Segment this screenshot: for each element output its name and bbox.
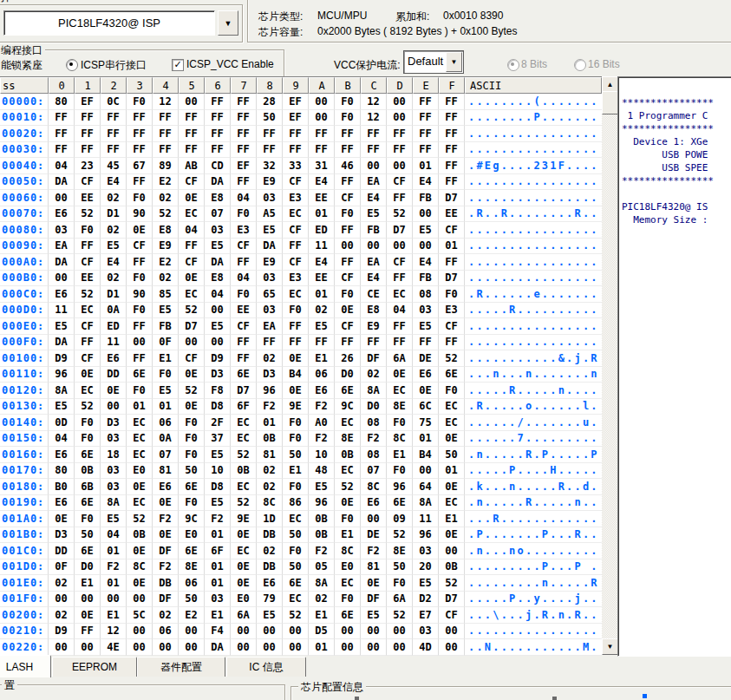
byte-cell[interactable]: 00 — [309, 110, 335, 127]
byte-cell[interactable]: FF — [439, 254, 465, 271]
byte-cell[interactable]: 0F — [49, 559, 75, 576]
byte-cell[interactable]: CF — [127, 239, 153, 255]
hex-row-00170[interactable]: 00170:800B03E08150100B02E148EC07F00001..… — [0, 463, 602, 480]
byte-cell[interactable]: 6F — [231, 399, 257, 415]
byte-cell[interactable]: 00 — [205, 303, 231, 319]
byte-cell[interactable]: 03 — [205, 592, 231, 608]
byte-cell[interactable]: 09 — [387, 511, 413, 527]
byte-cell[interactable]: 02 — [101, 271, 127, 287]
byte-cell[interactable]: F0 — [231, 286, 257, 303]
byte-cell[interactable]: 0E — [413, 383, 439, 399]
byte-cell[interactable]: FF — [75, 239, 101, 255]
byte-cell[interactable]: 50 — [387, 559, 413, 576]
byte-cell[interactable]: EC — [231, 415, 257, 431]
byte-cell[interactable]: FF — [205, 110, 231, 127]
byte-cell[interactable]: 04 — [49, 431, 75, 448]
byte-cell[interactable]: 80 — [49, 463, 75, 480]
byte-cell[interactable]: B4 — [413, 447, 439, 463]
byte-cell[interactable]: 0E — [231, 559, 257, 576]
byte-cell[interactable]: 04 — [101, 527, 127, 544]
byte-cell[interactable]: 9E — [231, 511, 257, 527]
byte-cell[interactable]: FF — [387, 126, 413, 142]
byte-cell[interactable]: 67 — [127, 158, 153, 174]
byte-cell[interactable]: 6F — [205, 543, 231, 559]
byte-cell[interactable]: 04 — [205, 286, 231, 303]
byte-cell[interactable]: FF — [127, 254, 153, 271]
byte-cell[interactable]: DD — [101, 367, 127, 383]
hex-row-00050[interactable]: 00050:DACFE4FFE2CFDAFFE9CFE4FFEACFE4FF..… — [0, 174, 602, 191]
byte-cell[interactable]: F0 — [283, 543, 309, 559]
byte-cell[interactable]: D7 — [179, 318, 205, 335]
byte-cell[interactable]: 02 — [309, 303, 335, 319]
byte-cell[interactable]: FF — [231, 350, 257, 367]
byte-cell[interactable]: 10 — [205, 463, 231, 480]
byte-cell[interactable]: F0 — [335, 286, 361, 303]
byte-cell[interactable]: FF — [153, 126, 179, 142]
byte-cell[interactable]: 8A — [309, 575, 335, 592]
byte-cell[interactable]: 6E — [75, 543, 101, 559]
byte-cell[interactable]: FF — [127, 142, 153, 159]
byte-cell[interactable]: 96 — [257, 383, 283, 399]
byte-cell[interactable]: FF — [361, 142, 387, 159]
hex-row-00070[interactable]: 00070:E652D19052EC07F0A5EC01F0E55200EE.R… — [0, 206, 602, 223]
byte-cell[interactable]: F0 — [75, 222, 101, 239]
byte-cell[interactable]: 03 — [413, 624, 439, 640]
byte-cell[interactable]: 00 — [439, 543, 465, 559]
8-bits-radio[interactable] — [507, 59, 519, 71]
byte-cell[interactable]: CF — [387, 254, 413, 271]
byte-cell[interactable]: E9 — [361, 318, 387, 335]
byte-cell[interactable]: 05 — [309, 559, 335, 576]
byte-cell[interactable]: 8E — [179, 559, 205, 576]
scroll-down-button[interactable]: ▼ — [602, 638, 618, 655]
byte-cell[interactable]: 75 — [413, 415, 439, 431]
byte-cell[interactable]: 12 — [101, 624, 127, 640]
icsp-serial-radio-label[interactable]: ICSP串行接口 — [81, 58, 147, 73]
byte-cell[interactable]: 0D — [49, 415, 75, 431]
byte-cell[interactable]: 6E — [179, 479, 205, 495]
byte-cell[interactable]: 52 — [283, 607, 309, 624]
byte-cell[interactable]: D3 — [49, 527, 75, 544]
byte-cell[interactable]: 81 — [153, 463, 179, 480]
hex-row-001C0[interactable]: 001C0:DD6E010EDF6E6FEC02F0F28CF28E0300.n… — [0, 543, 602, 559]
byte-cell[interactable]: EC — [231, 479, 257, 495]
byte-cell[interactable]: 0E — [179, 271, 205, 287]
byte-cell[interactable]: FF — [101, 142, 127, 159]
byte-cell[interactable]: E4 — [413, 254, 439, 271]
byte-cell[interactable]: E5 — [309, 318, 335, 335]
byte-cell[interactable]: FF — [335, 335, 361, 351]
byte-cell[interactable]: F0 — [283, 431, 309, 448]
byte-cell[interactable]: EC — [231, 543, 257, 559]
byte-cell[interactable]: D7 — [439, 190, 465, 206]
byte-cell[interactable]: 50 — [179, 463, 205, 480]
hex-row-00110[interactable]: 00110:960EDD6EF00ED36ED3B406D0020EE66E..… — [0, 367, 602, 383]
byte-cell[interactable]: DA — [49, 335, 75, 351]
byte-cell[interactable]: 6A — [387, 350, 413, 367]
hex-column-header-C[interactable]: C — [361, 77, 387, 94]
byte-cell[interactable]: FF — [361, 126, 387, 142]
byte-cell[interactable]: 0B — [257, 431, 283, 448]
byte-cell[interactable]: E1 — [205, 607, 231, 624]
byte-cell[interactable]: FF — [75, 126, 101, 142]
byte-cell[interactable]: 52 — [127, 511, 153, 527]
byte-cell[interactable]: E1 — [283, 463, 309, 480]
byte-cell[interactable]: 00 — [387, 94, 413, 110]
byte-cell[interactable]: E6 — [101, 350, 127, 367]
byte-cell[interactable]: CF — [283, 222, 309, 239]
byte-cell[interactable]: 00 — [283, 639, 309, 656]
byte-cell[interactable]: EC — [231, 431, 257, 448]
byte-cell[interactable]: 00 — [387, 110, 413, 127]
byte-cell[interactable]: FF — [335, 222, 361, 239]
byte-cell[interactable]: E0 — [335, 559, 361, 576]
byte-cell[interactable]: FF — [231, 335, 257, 351]
byte-cell[interactable]: FF — [413, 94, 439, 110]
icsp-vcc-enable-label[interactable]: ICSP_VCC Enable — [186, 58, 274, 70]
hex-row-00030[interactable]: 00030:FFFFFFFFFFFFFFFFFFFFFFFFFFFFFFFF..… — [0, 142, 602, 159]
byte-cell[interactable]: FF — [49, 142, 75, 159]
hex-row-000B0[interactable]: 000B0:00EE02F0020EE80403E3EECFE4FFFBD7..… — [0, 271, 602, 287]
byte-cell[interactable]: 00 — [361, 239, 387, 255]
byte-cell[interactable]: 6B — [75, 479, 101, 495]
byte-cell[interactable]: 0E — [153, 527, 179, 544]
byte-cell[interactable]: 01 — [413, 158, 439, 174]
byte-cell[interactable]: E6 — [49, 206, 75, 223]
byte-cell[interactable]: F0 — [283, 479, 309, 495]
